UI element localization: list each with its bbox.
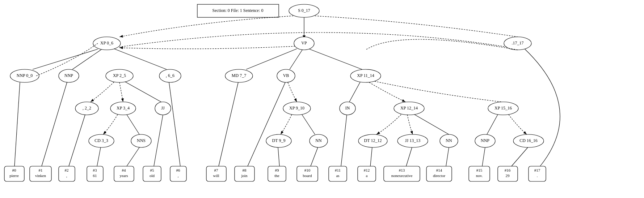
edge-XP2_5-comma2_2	[91, 82, 114, 102]
edge-dot17_17-w17	[525, 49, 560, 166]
edge-XP2_5-JJ	[125, 82, 161, 102]
edge-XP2_5-XP3_4	[119, 82, 123, 102]
label-NNP1: NNP	[64, 73, 73, 78]
label-XP3_4: XP 3_4	[117, 106, 130, 111]
label-CD3_3: CD 3_3	[94, 138, 108, 143]
edge-XP0_6-comma6	[114, 49, 167, 69]
edge-XP15_16-NNP15	[487, 115, 498, 134]
word-text-10: board	[303, 173, 312, 178]
word-label-17: #17	[534, 168, 540, 172]
edge-JJ13_13-w13	[406, 147, 412, 166]
label-NNP15: NNP	[481, 138, 489, 143]
word-label-6: #6	[176, 168, 181, 172]
label-DT12_12: DT 12_12	[364, 138, 382, 143]
label-S0_17: S 0_17	[298, 8, 310, 13]
edge-XP12_14-DT12_12	[376, 115, 401, 134]
label-NNS: NNS	[137, 138, 146, 143]
edge-CD16_16-w16	[512, 147, 528, 166]
word-label-1: #1	[39, 168, 43, 172]
edge-XP11_14-XP12_14	[369, 82, 405, 102]
edge-JJ-w5	[154, 115, 163, 166]
edge-XP0_6-NNP0_0	[33, 49, 98, 69]
label-VB: VB	[283, 73, 289, 78]
word-text-15: nov.	[476, 173, 483, 178]
label-dot17_17: .17_17	[512, 40, 524, 46]
word-text-16: 29	[506, 173, 510, 178]
edge-VP-MD	[246, 49, 297, 69]
edge-XP9_10-NN	[302, 115, 315, 134]
edge-XP11_14-XP15_16	[375, 81, 501, 102]
word-label-12: #12	[364, 168, 370, 172]
word-text-4: years	[119, 173, 128, 178]
label-VP: VP	[301, 40, 307, 46]
edge-comma2_2-w2	[69, 115, 85, 166]
label-comma2_2: , 2_2	[83, 106, 91, 111]
edge-CD3_3-w3	[97, 147, 101, 166]
word-text-13: nonexecutive	[391, 173, 413, 178]
edge-XP3_4-NNS	[127, 115, 139, 134]
label-NN14: NN	[446, 138, 452, 143]
edge-VB-XP9_10	[288, 82, 297, 102]
label-JJ: JJ	[161, 106, 165, 111]
word-label-5: #5	[150, 168, 155, 172]
word-text-5: old	[150, 173, 155, 178]
word-label-10: #10	[304, 168, 311, 172]
edge-DT9_9-w9	[278, 147, 279, 166]
edge-NNS-w4	[127, 147, 139, 166]
sentence-info-text: Section: 0 File: 1 Sentence: 0	[212, 8, 264, 13]
label-JJ13_13: JJ 13_13	[405, 138, 420, 143]
word-text-0: pierre	[9, 173, 19, 178]
word-text-6: ,	[178, 173, 179, 178]
word-text-17: .	[537, 173, 538, 178]
word-text-8: join	[241, 173, 248, 178]
edge-XP12_14-JJ13_13	[407, 115, 413, 134]
label-DT9_9: DT 9_9	[272, 138, 286, 143]
word-text-7: will	[213, 173, 219, 178]
parse-tree-svg: Section: 0 File: 1 Sentence: 0 S 0_17 VP…	[0, 0, 644, 198]
edge-XP15_16-CD16_16	[509, 115, 527, 134]
label-XP2_5: XP 2_5	[113, 73, 126, 78]
label-NN10: NN	[315, 138, 322, 143]
label-XP9_10: XP 9_10	[289, 106, 304, 111]
label-NNP0_0: NNP 0_0	[17, 73, 33, 78]
edge-VP-XP0_6-dotted	[119, 46, 295, 49]
word-label-4: #4	[122, 168, 126, 172]
label-MD7_7: MD 7_7	[232, 73, 246, 78]
edge-NNP0_0-w0	[14, 82, 20, 166]
edge-VB-w8	[248, 82, 285, 166]
edge-XP11_14-IN	[349, 82, 360, 102]
word-label-14: #14	[436, 168, 442, 172]
edge-VP-VB	[290, 50, 302, 69]
word-label-3: #3	[93, 168, 97, 172]
word-text-2: ,	[66, 173, 67, 178]
label-XP15_16: XP 15_16	[494, 106, 512, 111]
edge-XP12_14-NN14	[414, 115, 449, 134]
edge-NNP1-w1	[42, 82, 67, 166]
edge-VP-XP11	[310, 49, 362, 69]
edge-IN-w11	[341, 115, 347, 166]
word-text-1: vinken	[35, 173, 46, 178]
edge-NNP15-w15	[482, 147, 485, 166]
label-IN: IN	[345, 106, 350, 111]
label-comma6_6: , 6_6	[166, 73, 174, 78]
word-text-9: the	[274, 173, 279, 178]
long-dotted-arc-2	[366, 39, 518, 50]
word-label-11: #11	[335, 168, 341, 172]
word-label-15: #15	[476, 168, 483, 172]
word-text-14: director	[433, 173, 446, 178]
word-label-9: #9	[275, 168, 279, 172]
label-CD16_16: CD 16_16	[519, 138, 538, 143]
word-label-16: #16	[505, 168, 511, 172]
edge-DT12_12-w12	[370, 147, 372, 166]
word-label-2: #2	[65, 168, 69, 172]
label-XP0_6: XP 0_6	[100, 40, 113, 46]
word-label-8: #8	[243, 168, 247, 172]
label-XP12_14: XP 12_14	[400, 106, 418, 111]
edge-XP9_10-DT9_9	[281, 115, 292, 134]
word-text-12: a	[366, 173, 368, 178]
edge-S-XP0_6	[119, 16, 293, 37]
edge-NN10-w10	[311, 147, 318, 166]
label-XP11_14: XP 11_14	[357, 73, 374, 78]
edge-MD7_7-w7	[219, 82, 238, 166]
word-label-7: #7	[214, 168, 219, 172]
